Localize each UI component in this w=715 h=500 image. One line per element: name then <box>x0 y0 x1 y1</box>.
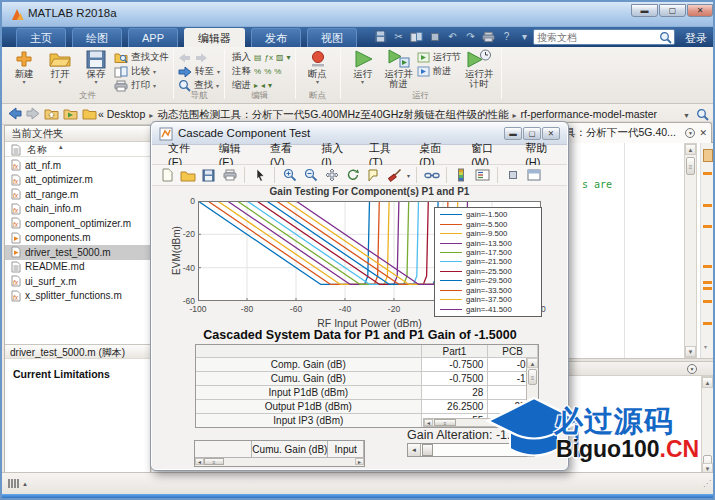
table-cell-part1[interactable]: -0.7500 <box>422 358 489 371</box>
file-row-component_optimizer.m[interactable]: fxcomponent_optimizer.m <box>5 216 150 231</box>
legend-entry[interactable]: gain=-1.500 <box>440 211 536 219</box>
insertfx-mini-icon[interactable]: ƒx <box>265 53 273 62</box>
file-row-chain_info.m[interactable]: fxchain_info.m <box>5 202 150 217</box>
ribbon-button-插入[interactable]: 插入▤ƒx▨▾ <box>229 51 291 64</box>
editor-tab[interactable]: 具：分析下一代5G.40... ▼ ✕ <box>560 122 712 143</box>
ribbon-button-断点[interactable]: 断点▾ <box>300 49 336 85</box>
table-scroll-thumb[interactable]: ≡ <box>528 369 537 385</box>
slider-left-icon[interactable]: ◄ <box>408 444 421 456</box>
analyzer-marker-icon[interactable] <box>703 172 712 175</box>
ribbon-button-新建[interactable]: 新建▾ <box>6 49 42 85</box>
analyzer-marker-icon[interactable] <box>703 265 712 268</box>
folder-jump-icon[interactable] <box>63 108 78 120</box>
ribbon-button-查找文件[interactable]: 查找文件 <box>114 51 169 64</box>
table-row[interactable]: Input P1dB (dBm)28 <box>196 386 538 400</box>
gain-table-header-cell[interactable]: Cumu. Gain (dB) <box>252 441 328 457</box>
file-row-att_optimizer.m[interactable]: fxatt_optimizer.m <box>5 173 150 188</box>
table-row[interactable]: Output P1dB (dBm)26.250025.7 <box>196 400 538 414</box>
dropdown-icon[interactable]: ▾ <box>407 172 410 179</box>
back-icon[interactable] <box>8 107 22 120</box>
tab-APP[interactable]: APP <box>128 28 178 47</box>
ribbon-button-navarrows[interactable] <box>178 51 220 64</box>
indent-mini-icon[interactable]: ◂ <box>261 81 265 90</box>
maximize-button[interactable]: ▢ <box>659 4 686 17</box>
search-icon[interactable] <box>659 31 672 46</box>
tab-编辑器[interactable]: 编辑器 <box>184 28 245 47</box>
save-disk-icon[interactable] <box>200 167 217 184</box>
editor-scroll-thumb[interactable]: ≡ <box>686 157 695 175</box>
file-row-att_range.m[interactable]: fxatt_range.m <box>5 187 150 202</box>
current-folder-header[interactable]: 当前文件夹 <box>5 126 150 142</box>
forward-icon[interactable] <box>26 107 40 120</box>
insertfx-mini-icon[interactable]: ▾ <box>287 53 291 62</box>
table-hscroll-thumb[interactable]: ≡ <box>434 419 456 426</box>
open-folder-icon[interactable] <box>179 167 196 184</box>
search-input[interactable] <box>537 30 657 44</box>
analyzer-marker-icon[interactable] <box>703 225 712 228</box>
cascade-data-table[interactable]: Part1PCBComp. Gain (dB)-0.7500-0.5Cumu. … <box>195 344 539 428</box>
legend-entry[interactable]: gain=-13.500 <box>440 239 536 247</box>
file-row-ui_surf_x.m[interactable]: fxui_surf_x.m <box>5 274 150 289</box>
resize-grip[interactable]: ⋰ <box>703 479 711 488</box>
print-icon[interactable] <box>482 30 495 43</box>
cursor-icon[interactable] <box>251 167 268 184</box>
copy-icon[interactable] <box>410 30 423 43</box>
zoom-in-icon[interactable] <box>281 167 298 184</box>
gain-alteration-slider[interactable]: ◄ <box>407 443 535 457</box>
paste-icon[interactable] <box>428 30 441 43</box>
comment-mini-icon[interactable]: % <box>254 67 261 76</box>
scroll-up-icon[interactable]: ▲ <box>527 358 538 368</box>
pan-icon[interactable] <box>323 167 340 184</box>
indent-mini-icon[interactable]: ▾ <box>268 81 272 90</box>
gain-table-header-cell[interactable]: Input <box>328 441 364 457</box>
ribbon-button-打开[interactable]: 打开▾ <box>42 49 78 85</box>
analyzer-summary-icon[interactable] <box>703 149 713 162</box>
table-row[interactable]: Comp. Gain (dB)-0.7500-0.5 <box>196 358 538 372</box>
legend-entry[interactable]: gain=-33.500 <box>440 286 536 294</box>
dock-icon[interactable] <box>504 167 521 184</box>
scroll-left-icon[interactable]: ◄ <box>424 419 433 426</box>
analyzer-marker-icon[interactable] <box>703 281 712 284</box>
sign-in-link[interactable]: 登录 <box>685 31 707 46</box>
editor-scrollbar[interactable]: ▲ ≡ ▼ <box>684 143 697 358</box>
legend-entry[interactable]: gain=-25.500 <box>440 267 536 275</box>
ribbon-button-保存[interactable]: 保存▾ <box>78 49 114 85</box>
panel-menu-icon[interactable]: ▼ <box>687 364 697 374</box>
file-row-driver_test_5000.m[interactable]: driver_test_5000.m <box>5 245 150 260</box>
ribbon-button-转至[interactable]: 转至▾ <box>178 65 220 78</box>
legend-entry[interactable]: gain=-29.500 <box>440 277 536 285</box>
insertfx-mini-icon[interactable]: ▨ <box>276 53 284 62</box>
colorbar-icon[interactable] <box>453 167 470 184</box>
analyzer-marker-icon[interactable] <box>703 204 712 207</box>
table-cell-part1[interactable]: -0.7500 <box>422 372 489 385</box>
doc-search-box[interactable] <box>533 29 675 45</box>
comment-mini-icon[interactable]: % <box>274 67 281 76</box>
table-row[interactable]: Cumu. Gain (dB)-0.7500-1.2 <box>196 372 538 386</box>
caret-icon[interactable]: ▾ <box>518 30 531 43</box>
tab-视图[interactable]: 视图 <box>307 28 357 47</box>
scroll-up-icon[interactable]: ▲ <box>685 144 696 155</box>
legend-entry[interactable]: gain=-37.500 <box>440 296 536 304</box>
file-row-x_splitter_functions.m[interactable]: fxx_splitter_functions.m <box>5 289 150 304</box>
scroll-down-icon[interactable]: ▼ <box>527 419 538 428</box>
file-row-components.m[interactable]: components.m <box>5 231 150 246</box>
insertfx-mini-icon[interactable]: ▤ <box>254 53 262 62</box>
title-bar[interactable]: MATLAB R2018a ▬ ▢ ✕ <box>2 2 713 27</box>
breadcrumb-dropdown-icon[interactable]: ▼ <box>683 112 690 119</box>
breadcrumb[interactable]: « Desktop▸动态范围检测工具：分析下一代5G.400MHz至40GHz射… <box>98 108 657 122</box>
brush-icon[interactable] <box>386 167 403 184</box>
indent-mini-icon[interactable]: ▸ <box>254 81 258 90</box>
help-icon[interactable]: ? <box>500 30 513 43</box>
legend-entry[interactable]: gain=-9.500 <box>440 230 536 238</box>
scroll-left-icon[interactable]: ◄ <box>195 458 204 465</box>
tab-发布[interactable]: 发布 <box>251 28 301 47</box>
new-doc-icon[interactable] <box>158 167 175 184</box>
gain-table-scroll-thumb[interactable]: ≡ <box>204 458 224 465</box>
legend-entry[interactable]: gain=-21.500 <box>440 258 536 266</box>
table-cell-part1[interactable]: 26.2500 <box>422 400 489 413</box>
save-icon[interactable] <box>374 30 387 43</box>
plot-legend[interactable]: gain=-1.500gain=-5.500gain=-9.500gain=-1… <box>434 207 542 317</box>
slider-thumb[interactable] <box>422 444 433 456</box>
analyzer-marker-icon[interactable] <box>703 300 712 303</box>
zoom-out-icon[interactable] <box>302 167 319 184</box>
